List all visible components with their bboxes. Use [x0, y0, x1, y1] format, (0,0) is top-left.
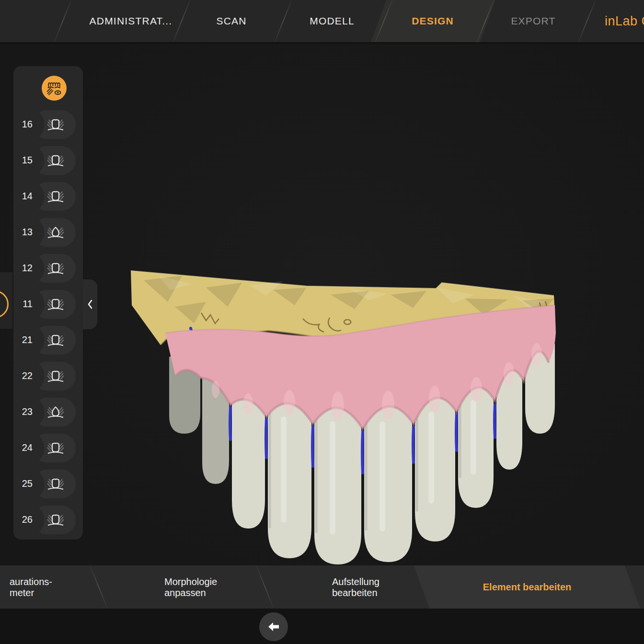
tooth-number-label: 25 — [13, 478, 33, 489]
bottom-strip — [0, 609, 644, 644]
tooth-number-label: 14 — [13, 191, 33, 202]
arrow-left-icon — [267, 621, 280, 632]
nav-separator — [52, 0, 73, 44]
teeth-list: 16 — [13, 106, 83, 538]
tooth-row: 21 — [13, 322, 83, 358]
tooth-number-label: 16 — [13, 119, 33, 130]
tooth-toggle-button[interactable] — [33, 110, 76, 139]
app-logo: inLab C — [605, 14, 644, 29]
phase-tabs: ADMINISTRAT... SCAN MODELL DESIGN EXPORT — [80, 15, 584, 27]
tooth-row: 11 — [13, 286, 83, 322]
tooth-number-label: 24 — [13, 442, 33, 453]
phase-tab[interactable]: SCAN — [181, 15, 282, 27]
sidebar-collapse-button[interactable] — [83, 279, 97, 329]
toolbar-separator — [254, 565, 275, 609]
phase-tab-label: MODELL — [310, 15, 355, 26]
teeth-visibility-toggle-button[interactable] — [42, 76, 67, 101]
tooth-toggle-button[interactable] — [33, 506, 76, 534]
tooth-toggle-button[interactable] — [33, 326, 76, 355]
tooth-row: 22 — [13, 358, 83, 394]
back-button[interactable] — [259, 612, 288, 641]
tooth-toggle-button[interactable] — [33, 398, 76, 426]
tooth-number-label: 21 — [13, 334, 33, 345]
tooth-toggle-button[interactable] — [33, 470, 76, 498]
design-steps-toolbar: aurations- meter Morphologie anpassen Au… — [0, 565, 644, 609]
tooth-crown-icon — [46, 189, 65, 204]
phase-tab[interactable]: MODELL — [282, 15, 382, 27]
tooth-crown-icon — [46, 261, 65, 276]
dental-3d-model[interactable] — [129, 261, 561, 570]
tooth-toggle-button[interactable] — [33, 146, 76, 175]
tooth-number-label: 11 — [13, 299, 33, 310]
tooth-number-label: 22 — [13, 370, 33, 381]
design-step-button[interactable]: Aufstellung bearbeiten — [332, 576, 380, 598]
edge-tool-panel — [0, 272, 12, 329]
phase-tab-label: DESIGN — [412, 15, 454, 26]
design-step-button[interactable]: aurations- meter — [10, 576, 52, 598]
tooth-sidebar: 16 — [13, 66, 83, 540]
tooth-number-label: 23 — [13, 406, 33, 417]
tooth-crown-icon — [46, 117, 65, 132]
phase-navigation-bar: ADMINISTRAT... SCAN MODELL DESIGN EXPORT… — [0, 0, 644, 44]
tooth-row: 25 — [13, 466, 83, 502]
design-step-button[interactable]: Morphologie anpassen — [164, 576, 217, 598]
tooth-crown-icon — [46, 333, 65, 347]
phase-tab[interactable]: DESIGN — [382, 15, 483, 27]
tooth-toggle-button[interactable] — [33, 290, 76, 319]
tooth-row: 23 — [13, 394, 83, 430]
tooth-crown-icon — [46, 477, 65, 491]
edge-tool-button[interactable] — [0, 290, 9, 318]
tooth-crown-icon — [46, 369, 65, 383]
tooth-crown-icon — [46, 225, 65, 240]
teeth-eye-icon — [46, 80, 62, 96]
tooth-crown-icon — [46, 153, 65, 168]
tooth-crown-icon — [46, 405, 65, 419]
tooth-toggle-button[interactable] — [33, 362, 76, 391]
tooth-crown-icon — [46, 513, 65, 527]
tooth-toggle-button[interactable] — [33, 218, 76, 247]
tooth-number-label: 13 — [13, 227, 33, 238]
tooth-row: 16 — [13, 106, 83, 142]
phase-tab-label: ADMINISTRAT... — [90, 15, 172, 26]
phase-tab-label: EXPORT — [511, 15, 555, 26]
tooth-toggle-button[interactable] — [33, 434, 76, 462]
design-step-button[interactable]: Element bearbeiten — [472, 582, 582, 593]
tooth-toggle-button[interactable] — [33, 254, 76, 283]
tooth-crown-icon — [46, 441, 65, 455]
chevron-left-icon — [86, 298, 94, 310]
phase-tab[interactable]: EXPORT — [483, 15, 584, 27]
app-window: ADMINISTRAT... SCAN MODELL DESIGN EXPORT… — [0, 0, 644, 644]
tooth-crown-icon — [46, 297, 65, 311]
tooth-number-label: 15 — [13, 155, 33, 166]
tooth-row: 26 — [13, 502, 83, 538]
tooth-row: 13 — [13, 214, 83, 250]
tooth-toggle-button[interactable] — [33, 182, 76, 211]
phase-tab-label: SCAN — [216, 15, 246, 26]
tooth-number-label: 26 — [13, 514, 33, 525]
tooth-row: 14 — [13, 178, 83, 214]
tooth-row: 12 — [13, 250, 83, 286]
tooth-row: 24 — [13, 430, 83, 466]
phase-tab[interactable]: ADMINISTRAT... — [80, 15, 181, 27]
tooth-row: 15 — [13, 142, 83, 178]
toolbar-separator — [88, 565, 109, 609]
tooth-number-label: 12 — [13, 263, 33, 274]
